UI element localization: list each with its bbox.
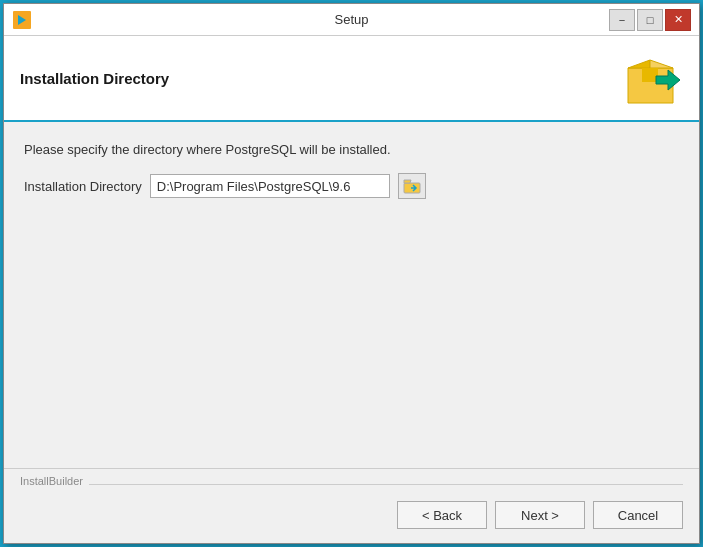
next-button[interactable]: Next > — [495, 501, 585, 529]
page-title: Installation Directory — [20, 70, 169, 87]
titlebar-controls: − □ ✕ — [609, 9, 691, 31]
field-label: Installation Directory — [24, 179, 142, 194]
footer-buttons: < Back Next > Cancel — [20, 495, 683, 535]
package-icon — [618, 48, 683, 108]
app-icon — [12, 10, 32, 30]
svg-marker-3 — [628, 60, 650, 68]
header-section: Installation Directory — [4, 36, 699, 122]
field-row: Installation Directory — [24, 173, 679, 199]
installbuilder-row: InstallBuilder — [20, 475, 683, 493]
description-text: Please specify the directory where Postg… — [24, 142, 679, 157]
installbuilder-label: InstallBuilder — [20, 475, 83, 487]
window-title: Setup — [335, 12, 369, 27]
titlebar: Setup − □ ✕ — [4, 4, 699, 36]
main-content: Please specify the directory where Postg… — [4, 122, 699, 468]
titlebar-left — [12, 10, 32, 30]
cancel-button[interactable]: Cancel — [593, 501, 683, 529]
footer-line — [89, 484, 683, 485]
header-icon — [618, 48, 683, 108]
maximize-button[interactable]: □ — [637, 9, 663, 31]
minimize-button[interactable]: − — [609, 9, 635, 31]
svg-marker-4 — [650, 60, 673, 68]
setup-window: Setup − □ ✕ Installation Directory — [3, 3, 700, 544]
installation-directory-input[interactable] — [150, 174, 390, 198]
svg-marker-8 — [404, 180, 411, 183]
footer-section: InstallBuilder < Back Next > Cancel — [4, 468, 699, 543]
browse-button[interactable] — [398, 173, 426, 199]
browse-folder-icon — [403, 178, 421, 194]
back-button[interactable]: < Back — [397, 501, 487, 529]
close-button[interactable]: ✕ — [665, 9, 691, 31]
